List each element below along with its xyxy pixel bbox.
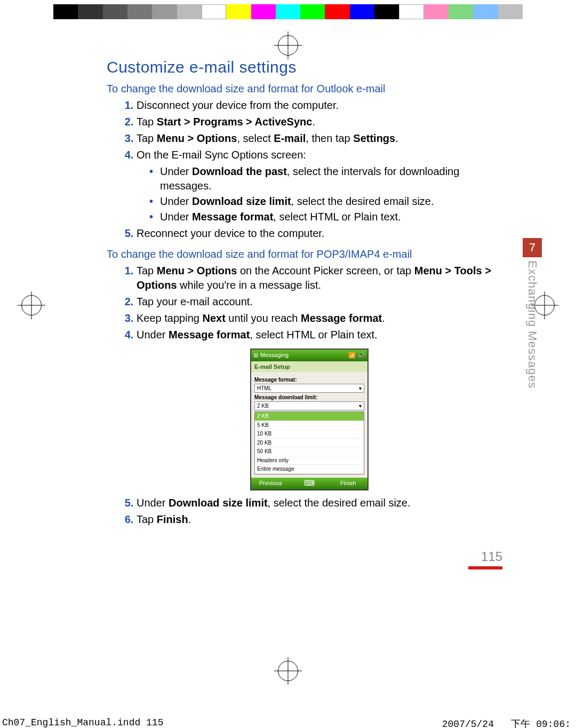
t: , select HTML or Plain text. xyxy=(250,329,377,341)
dropdown-value: HTML xyxy=(257,385,271,392)
pop3-steps-list: Tap Menu > Options on the Account Picker… xyxy=(107,264,512,342)
format-dropdown[interactable]: HTML▾ xyxy=(254,384,364,393)
speaker-icon: 🔊 xyxy=(358,351,365,359)
document-page: Customize e-mail settings To change the … xyxy=(107,57,512,569)
dropdown-value: 2 KB xyxy=(257,402,269,410)
softkey-previous[interactable]: Previous xyxy=(251,479,290,487)
chapter-title: Exchanging Messages xyxy=(524,260,540,389)
limit-option[interactable]: 20 KB xyxy=(255,439,364,448)
limit-option[interactable]: Entire message xyxy=(255,465,364,474)
time: 下午 09:06: xyxy=(511,719,571,728)
page-number: 115 xyxy=(481,549,502,564)
ui-term: Download size limit xyxy=(169,497,268,509)
ui-term: Message format xyxy=(169,329,250,341)
section-title: Customize e-mail settings xyxy=(107,57,512,78)
t: Tap xyxy=(137,265,157,276)
step-text: , select xyxy=(237,132,274,144)
ui-term: Next xyxy=(202,312,225,324)
step-text: . xyxy=(395,132,398,144)
registration-mark-icon xyxy=(278,35,298,56)
t: Under xyxy=(137,329,169,341)
step-text: . xyxy=(312,116,315,128)
t: . xyxy=(382,312,385,324)
chevron-down-icon: ▾ xyxy=(359,385,362,392)
t: Under xyxy=(160,195,192,207)
device-screenshot: ⊞ Messaging 📶 🔊 E-mail Setup Message for… xyxy=(250,349,369,490)
print-metadata-footer: Ch07_English_Manual.indd 115 2007/5/24 下… xyxy=(0,714,576,728)
step-text: On the E-mail Sync Options screen: xyxy=(137,149,306,161)
field-label: Message format: xyxy=(254,376,364,384)
device-title-bar: ⊞ Messaging 📶 🔊 xyxy=(251,350,367,361)
sub-bullet: Under Download size limit, select the de… xyxy=(149,194,512,209)
t: Under xyxy=(137,497,169,509)
chapter-tab: 7 Exchanging Messages xyxy=(521,238,544,389)
subheading-outlook: To change the download size and format f… xyxy=(107,82,512,96)
limit-option[interactable]: 50 KB xyxy=(255,447,364,456)
softkey-finish[interactable]: Finish xyxy=(329,479,367,487)
limit-option[interactable]: 2 KB xyxy=(255,412,364,421)
step: Tap Finish. xyxy=(137,512,512,527)
step: Tap your e-mail account. xyxy=(137,295,512,309)
step: Tap Menu > Options on the Account Picker… xyxy=(137,264,512,292)
limit-dropdown[interactable]: 2 KB▾ xyxy=(254,401,364,411)
step-text: Reconnect your device to the computer. xyxy=(137,227,324,239)
limit-option[interactable]: 5 KB xyxy=(255,421,364,430)
field-label: Message download limit: xyxy=(254,394,364,401)
t: , select the desired email size. xyxy=(291,195,434,207)
t: Keep tapping xyxy=(137,312,202,324)
step-text: Tap xyxy=(137,116,157,128)
t: , select HTML or Plain text. xyxy=(273,211,401,223)
sub-bullet: Under Message format, select HTML or Pla… xyxy=(149,210,512,224)
t: while you're in a message list. xyxy=(177,279,322,291)
source-file-name: Ch07_English_Manual.indd 115 xyxy=(2,717,163,728)
t: until you reach xyxy=(226,312,301,324)
ui-term: Download size limit xyxy=(192,195,291,207)
step: On the E-mail Sync Options screen: Under… xyxy=(137,148,512,224)
outlook-steps-list: Disconnect your device from the computer… xyxy=(107,98,512,241)
t: Tap xyxy=(137,513,157,525)
t: , select the desired email size. xyxy=(268,497,411,509)
subheading-pop3: To change the download size and format f… xyxy=(107,247,512,262)
print-date-time: 2007/5/24 下午 09:06: xyxy=(442,717,571,728)
t: . xyxy=(188,513,191,525)
device-softkey-bar: Previous ⌨ Finish xyxy=(251,478,367,489)
screen-subtitle: E-mail Setup xyxy=(251,361,367,373)
start-icon: ⊞ xyxy=(253,351,258,359)
limit-option[interactable]: Headers only xyxy=(255,456,364,465)
step: Disconnect your device from the computer… xyxy=(137,98,512,113)
sub-bullet-list: Under Download the past, select the inte… xyxy=(137,164,512,224)
ui-term: Message format xyxy=(301,312,382,324)
ui-term: Download the past xyxy=(192,165,287,177)
step: Keep tapping Next until you reach Messag… xyxy=(137,311,512,326)
ui-term: Settings xyxy=(353,132,395,144)
step-text: Disconnect your device from the computer… xyxy=(137,99,339,111)
limit-options-list[interactable]: 2 KB5 KB10 KB20 KB50 KBHeaders onlyEntir… xyxy=(254,412,364,474)
pop3-steps-list-cont: Under Download size limit, select the de… xyxy=(107,496,512,527)
chapter-number: 7 xyxy=(523,238,542,257)
page-number-bar xyxy=(468,566,502,569)
ui-path: Start > Programs > ActiveSync xyxy=(157,116,313,128)
registration-mark-icon xyxy=(21,295,42,315)
page-number-block: 115 xyxy=(107,548,512,569)
limit-option[interactable]: 10 KB xyxy=(255,430,364,439)
print-color-bar xyxy=(53,4,523,25)
step: Tap Menu > Options, select E-mail, then … xyxy=(137,131,512,146)
keyboard-icon[interactable]: ⌨ xyxy=(290,478,329,488)
date: 2007/5/24 xyxy=(442,719,494,728)
registration-mark-icon xyxy=(278,661,298,681)
sub-bullet: Under Download the past, select the inte… xyxy=(149,164,512,193)
step-text: Tap xyxy=(137,132,157,144)
device-body: Message format: HTML▾ Message download l… xyxy=(251,372,367,478)
t: on the Account Picker screen, or tap xyxy=(237,265,414,276)
chevron-down-icon: ▾ xyxy=(359,402,362,410)
step: Under Download size limit, select the de… xyxy=(137,496,512,510)
ui-term: Finish xyxy=(157,513,188,525)
step: Reconnect your device to the computer. xyxy=(137,226,512,241)
page-canvas: Customize e-mail settings To change the … xyxy=(0,4,576,728)
ui-path: Menu > Options xyxy=(157,265,237,276)
ui-term: E-mail xyxy=(274,132,306,144)
t: Under xyxy=(160,165,192,177)
t: Under xyxy=(160,211,192,223)
ui-term: Message format xyxy=(192,211,273,223)
step: Tap Start > Programs > ActiveSync. xyxy=(137,115,512,129)
